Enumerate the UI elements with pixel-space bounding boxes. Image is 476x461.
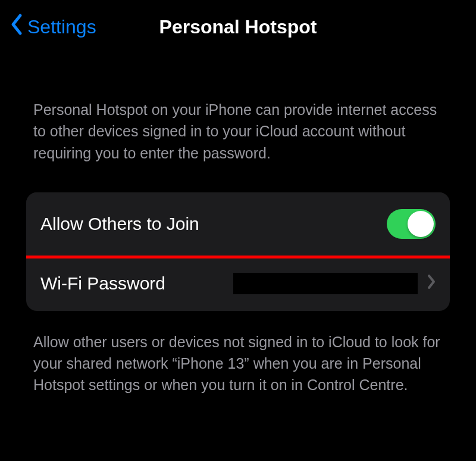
settings-list: Allow Others to Join Wi-Fi Password <box>26 192 450 311</box>
wifi-password-row[interactable]: Wi-Fi Password <box>26 256 450 311</box>
wifi-password-value <box>233 273 418 294</box>
page-title: Personal Hotspot <box>159 16 317 38</box>
hotspot-footer-description: Allow other users or devices not signed … <box>0 331 476 396</box>
back-label: Settings <box>27 16 96 38</box>
wifi-password-value-area <box>233 273 436 294</box>
chevron-right-icon <box>427 273 436 294</box>
wifi-password-label: Wi-Fi Password <box>40 273 165 294</box>
allow-others-switch[interactable] <box>387 209 436 239</box>
allow-others-row[interactable]: Allow Others to Join <box>26 192 450 258</box>
switch-knob <box>408 211 434 237</box>
nav-header: Settings Personal Hotspot <box>0 0 476 54</box>
chevron-left-icon <box>10 13 24 41</box>
allow-others-label: Allow Others to Join <box>40 214 199 234</box>
back-button[interactable]: Settings <box>10 13 96 41</box>
hotspot-description: Personal Hotspot on your iPhone can prov… <box>0 99 476 164</box>
